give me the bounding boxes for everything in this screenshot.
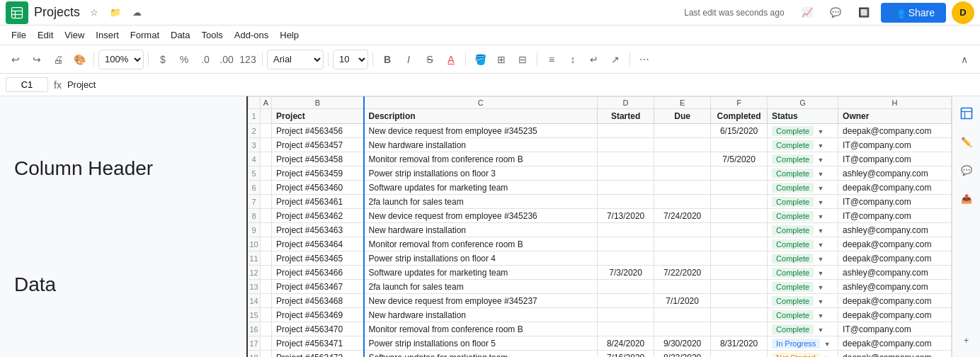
menu-edit[interactable]: Edit <box>32 27 59 43</box>
cell-started-18[interactable]: 7/16/2020 <box>598 351 654 358</box>
cell-status-14[interactable]: Complete ▼ <box>768 294 838 308</box>
cell-description-8[interactable]: New device request from employee #345236 <box>364 209 598 223</box>
menu-view[interactable]: View <box>59 27 90 43</box>
cell-project-11[interactable]: Project #4563465 <box>272 251 364 266</box>
sheets-sidebar-icon[interactable] <box>955 102 978 125</box>
cell-description-7[interactable]: 2fa launch for sales team <box>364 195 598 209</box>
cell-due-4[interactable] <box>654 152 711 166</box>
cell-description-16[interactable]: Monitor removal from conference room B <box>364 322 598 336</box>
decrease-decimal-button[interactable]: .0 <box>195 50 215 69</box>
cell-owner-2[interactable]: deepak@company.com <box>838 124 952 138</box>
menu-addons[interactable]: Add-ons <box>229 27 274 43</box>
cell-completed-3[interactable] <box>711 138 768 152</box>
cell-owner-10[interactable]: deepak@company.com <box>838 237 952 251</box>
cell-owner-18[interactable]: deepak@company.com <box>838 351 952 358</box>
cell-project-12[interactable]: Project #4563466 <box>272 266 364 280</box>
cell-completed-11[interactable] <box>711 251 768 266</box>
cell-project-6[interactable]: Project #4563460 <box>272 181 364 195</box>
cell-project-16[interactable]: Project #4563470 <box>272 322 364 336</box>
cell-due-12[interactable]: 7/22/2020 <box>654 266 711 280</box>
col-b[interactable]: B <box>272 97 364 109</box>
cell-description-13[interactable]: 2fa launch for sales team <box>364 280 598 294</box>
cell-description-12[interactable]: Software updates for marketing team <box>364 266 598 280</box>
menu-format[interactable]: Format <box>125 27 165 43</box>
percent-button[interactable]: % <box>174 50 194 69</box>
cell-owner-12[interactable]: ashley@company.com <box>838 266 952 280</box>
cell-status-12[interactable]: Complete ▼ <box>768 266 838 280</box>
cell-description-9[interactable]: New hardware installation <box>364 223 598 237</box>
menu-data[interactable]: Data <box>165 27 195 43</box>
cell-status-2[interactable]: Complete ▼ <box>768 124 838 138</box>
header-completed[interactable]: Completed <box>711 109 768 124</box>
cell-due-9[interactable] <box>654 223 711 237</box>
cell-started-11[interactable] <box>598 251 654 266</box>
cell-owner-13[interactable]: ashley@company.com <box>838 280 952 294</box>
cell-started-6[interactable] <box>598 181 654 195</box>
cell-owner-7[interactable]: IT@company.com <box>838 195 952 209</box>
cell-completed-10[interactable] <box>711 237 768 251</box>
cell-blank-16[interactable] <box>260 322 271 336</box>
cell-due-2[interactable] <box>654 124 711 138</box>
cell-due-11[interactable] <box>654 251 711 266</box>
cell-project-10[interactable]: Project #4563464 <box>272 237 364 251</box>
cell-blank-17[interactable] <box>260 336 271 351</box>
header-owner[interactable]: Owner <box>838 109 952 124</box>
cell-status-4[interactable]: Complete ▼ <box>768 152 838 166</box>
status-dropdown-12[interactable]: ▼ <box>818 270 824 277</box>
cell-blank-2[interactable] <box>260 124 271 138</box>
cell-completed-18[interactable] <box>711 351 768 358</box>
format-123-button[interactable]: 123 <box>238 50 258 69</box>
status-dropdown-15[interactable]: ▼ <box>818 312 824 319</box>
pencil-sidebar-icon[interactable]: ✏️ <box>955 130 978 153</box>
merge-button[interactable]: ⊟ <box>513 50 532 69</box>
cell-due-17[interactable]: 9/30/2020 <box>654 336 711 351</box>
cell-project-7[interactable]: Project #4563461 <box>272 195 364 209</box>
cell-status-9[interactable]: Complete ▼ <box>768 223 838 237</box>
header-due[interactable]: Due <box>654 109 711 124</box>
status-dropdown-3[interactable]: ▼ <box>818 142 824 149</box>
cell-blank-5[interactable] <box>260 166 271 181</box>
cell-status-15[interactable]: Complete ▼ <box>768 308 838 322</box>
cell-description-11[interactable]: Power strip installations on floor 4 <box>364 251 598 266</box>
cell-status-10[interactable]: Complete ▼ <box>768 237 838 251</box>
cell-status-16[interactable]: Complete ▼ <box>768 322 838 336</box>
redo-button[interactable]: ↪ <box>27 50 47 69</box>
cell-owner-14[interactable]: deepak@company.com <box>838 294 952 308</box>
folder-icon[interactable]: 📁 <box>107 4 124 21</box>
cell-description-4[interactable]: Monitor removal from conference room B <box>364 152 598 166</box>
cell-blank-4[interactable] <box>260 152 271 166</box>
fill-color-button[interactable]: 🪣 <box>470 50 490 69</box>
col-d[interactable]: D <box>598 97 654 109</box>
cell-completed-6[interactable] <box>711 181 768 195</box>
cell-due-16[interactable] <box>654 322 711 336</box>
cell-description-3[interactable]: New hardware installation <box>364 138 598 152</box>
cell-status-7[interactable]: Complete ▼ <box>768 195 838 209</box>
cell-reference-input[interactable] <box>6 77 48 92</box>
status-dropdown-8[interactable]: ▼ <box>818 213 824 220</box>
cell-project-2[interactable]: Project #4563456 <box>272 124 364 138</box>
cell-project-9[interactable]: Project #4563463 <box>272 223 364 237</box>
header-project[interactable]: Project <box>272 109 364 124</box>
cell-started-2[interactable] <box>598 124 654 138</box>
print-button[interactable]: 🖨 <box>48 50 68 69</box>
cell-started-12[interactable]: 7/3/2020 <box>598 266 654 280</box>
rotate-button[interactable]: ↗ <box>605 50 625 69</box>
cell-description-6[interactable]: Software updates for marketing team <box>364 181 598 195</box>
cell-owner-4[interactable]: IT@company.com <box>838 152 952 166</box>
cell-started-3[interactable] <box>598 138 654 152</box>
cell-started-16[interactable] <box>598 322 654 336</box>
increase-decimal-button[interactable]: .00 <box>217 50 237 69</box>
cell-completed-8[interactable] <box>711 209 768 223</box>
cell-completed-16[interactable] <box>711 322 768 336</box>
star-icon[interactable]: ☆ <box>86 4 103 21</box>
cell-project-14[interactable]: Project #4563468 <box>272 294 364 308</box>
cell-started-9[interactable] <box>598 223 654 237</box>
cell-owner-5[interactable]: ashley@company.com <box>838 166 952 181</box>
cell-status-18[interactable]: Not Started ▼ <box>768 351 838 358</box>
align-button[interactable]: ≡ <box>542 50 562 69</box>
comment-icon[interactable]: 💬 <box>824 1 847 24</box>
header-started[interactable]: Started <box>598 109 654 124</box>
cell-project-4[interactable]: Project #4563458 <box>272 152 364 166</box>
more-button[interactable]: ⋯ <box>634 50 654 69</box>
cell-project-5[interactable]: Project #4563459 <box>272 166 364 181</box>
